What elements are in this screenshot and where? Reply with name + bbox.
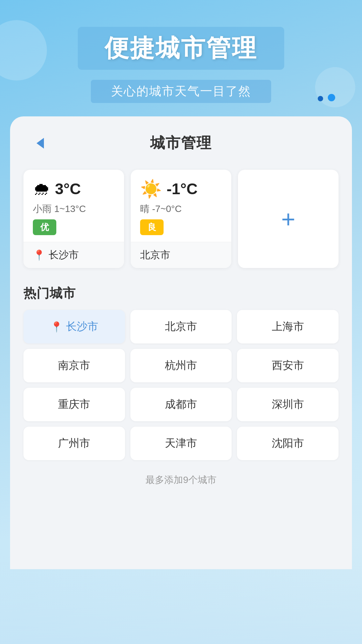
weather-card-beijing[interactable]: ☀️ -1°C 晴 -7~0°C 良 北京市	[131, 170, 231, 268]
page-title: 便捷城市管理	[105, 32, 257, 64]
temp-row-changsha: 🌧 3°C	[33, 180, 115, 198]
city-item-label-guangzhou: 广州市	[58, 436, 90, 451]
city-grid: 📍 长沙市 北京市 上海市 南京市 杭州市 西安市 重庆市 成都市 深圳市 广州	[10, 310, 352, 460]
card-header: 城市管理	[10, 116, 352, 163]
city-item-label-shenzhen: 深圳市	[272, 397, 304, 412]
city-item-label-changsha: 长沙市	[66, 319, 98, 334]
quality-badge-changsha: 优	[33, 219, 56, 235]
city-item-chongqing[interactable]: 重庆市	[23, 388, 125, 421]
city-item-label-chengdu: 成都市	[165, 397, 197, 412]
city-location-icon-changsha: 📍	[50, 321, 63, 333]
weather-card-top-beijing: ☀️ -1°C 晴 -7~0°C 良	[131, 170, 231, 242]
weather-icon-beijing: ☀️	[140, 180, 162, 198]
city-item-hangzhou[interactable]: 杭州市	[130, 349, 232, 382]
weather-cards-row: 🌧 3°C 小雨 1~13°C 优 📍 长沙市 ☀️ -1°C 晴 -7~0°C…	[10, 163, 352, 278]
city-item-chengdu[interactable]: 成都市	[130, 388, 232, 421]
city-item-label-tianjin: 天津市	[165, 436, 197, 451]
city-item-label-xian: 西安市	[272, 358, 304, 373]
city-item-label-shanghai: 上海市	[272, 319, 304, 334]
popular-section-title: 热门城市	[10, 278, 352, 310]
header-title-bg: 便捷城市管理	[78, 27, 284, 70]
weather-card-top-changsha: 🌧 3°C 小雨 1~13°C 优	[23, 170, 124, 242]
temperature-beijing: -1°C	[167, 180, 198, 198]
back-button[interactable]	[30, 133, 50, 153]
city-item-tianjin[interactable]: 天津市	[130, 427, 232, 460]
city-item-label-beijing: 北京市	[165, 319, 197, 334]
city-item-shenyang[interactable]: 沈阳市	[237, 427, 339, 460]
weather-desc-beijing: 晴 -7~0°C	[140, 203, 222, 215]
city-item-changsha[interactable]: 📍 长沙市	[23, 310, 125, 343]
city-name-beijing: 北京市	[140, 248, 170, 262]
city-item-label-hangzhou: 杭州市	[165, 358, 197, 373]
city-item-xian[interactable]: 西安市	[237, 349, 339, 382]
weather-icon-changsha: 🌧	[33, 180, 50, 198]
header: 便捷城市管理 关心的城市天气一目了然	[0, 0, 362, 116]
card-title: 城市管理	[150, 133, 212, 153]
temp-row-beijing: ☀️ -1°C	[140, 180, 222, 198]
quality-badge-beijing: 良	[140, 219, 164, 235]
location-icon-changsha: 📍	[33, 249, 45, 261]
page-subtitle: 关心的城市天气一目了然	[111, 83, 251, 100]
main-card: 城市管理 🌧 3°C 小雨 1~13°C 优 📍 长沙市 ☀️	[10, 116, 352, 569]
weather-desc-changsha: 小雨 1~13°C	[33, 203, 115, 215]
city-item-shanghai[interactable]: 上海市	[237, 310, 339, 343]
city-item-label-shenyang: 沈阳市	[272, 436, 304, 451]
city-item-guangzhou[interactable]: 广州市	[23, 427, 125, 460]
city-name-changsha: 长沙市	[49, 248, 79, 262]
city-item-shenzhen[interactable]: 深圳市	[237, 388, 339, 421]
back-icon	[37, 138, 44, 149]
city-item-beijing[interactable]: 北京市	[130, 310, 232, 343]
weather-card-bottom-beijing: 北京市	[131, 242, 231, 268]
city-item-label-nanjing: 南京市	[58, 358, 90, 373]
footer-note: 最多添加9个城市	[10, 460, 352, 493]
weather-card-bottom-changsha: 📍 长沙市	[23, 242, 124, 268]
add-city-card[interactable]: +	[238, 170, 339, 268]
weather-card-changsha[interactable]: 🌧 3°C 小雨 1~13°C 优 📍 长沙市	[23, 170, 124, 268]
temperature-changsha: 3°C	[55, 180, 81, 198]
city-item-label-chongqing: 重庆市	[58, 397, 90, 412]
header-subtitle-bg: 关心的城市天气一目了然	[91, 80, 271, 103]
city-item-nanjing[interactable]: 南京市	[23, 349, 125, 382]
add-icon: +	[281, 207, 295, 231]
